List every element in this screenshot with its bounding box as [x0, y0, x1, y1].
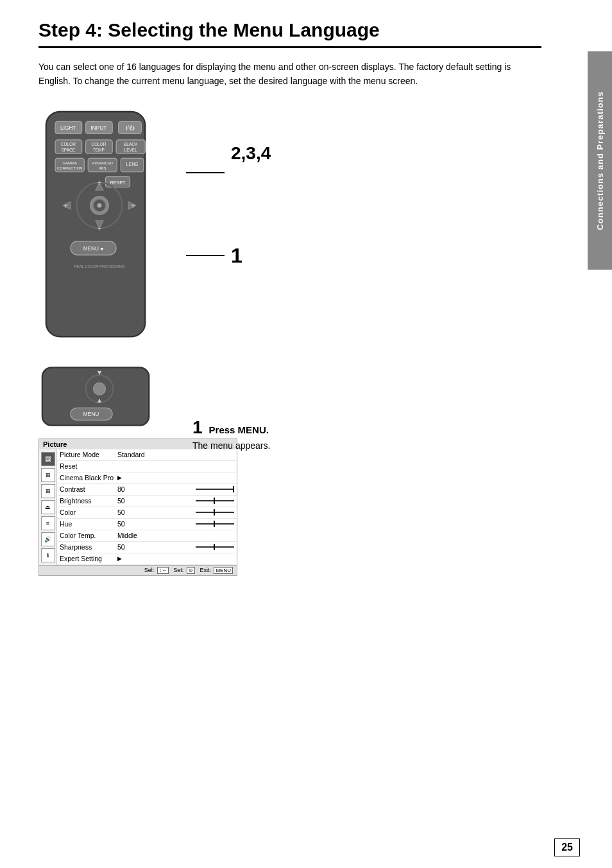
svg-text:I/⏻: I/⏻: [126, 125, 135, 131]
step1-number: 1: [192, 417, 203, 438]
svg-text:COLOR: COLOR: [91, 142, 106, 146]
svg-text:▲: ▲: [96, 396, 103, 404]
menu-body: 🖼 ⊞ ⊞ ⏏ ≡ 🔊 ℹ Picture Mode Standard: [39, 449, 237, 565]
step-label-1: 1: [231, 244, 242, 268]
menu-row-reset: Reset: [57, 461, 237, 473]
menu-zoom-area: ▼ ▲ MENU Picture 🖼 ⊞ ⊞ ⏏ ≡ 🔊 ℹ: [38, 366, 173, 576]
row-arrow-expert: ▶: [117, 555, 122, 562]
row-label-sharpness: Sharpness: [60, 543, 117, 551]
menu-row-cinema-black-pro: Cinema Black Pro ▶: [57, 473, 237, 484]
step-label-1-row: 1: [186, 244, 271, 268]
menu-icon-2: ⊞: [41, 468, 55, 482]
slider-contrast: [196, 489, 234, 490]
footer-sel-label: Sel:: [144, 567, 155, 573]
svg-text:GAMMA: GAMMA: [63, 161, 77, 165]
svg-text:+: +: [98, 224, 102, 233]
page-title: Step 4: Selecting the Menu Language: [38, 19, 541, 48]
row-value-picture-mode: Standard: [117, 451, 234, 458]
row-label-hue: Hue: [60, 520, 117, 528]
step-labels: 2,3,4 1: [186, 108, 271, 268]
svg-text:MENU ●: MENU ●: [83, 245, 104, 252]
row-value-contrast: 80: [117, 485, 193, 493]
svg-text:MENU: MENU: [83, 411, 99, 417]
side-tab-label: Connections and Preparations: [595, 91, 605, 230]
side-tab: Connections and Preparations: [588, 51, 612, 270]
row-label-cinema: Cinema Black Pro: [60, 474, 117, 482]
svg-point-33: [97, 203, 101, 207]
svg-text:LENS: LENS: [126, 162, 139, 167]
row-value-color: 50: [117, 508, 193, 516]
svg-text:TEMP: TEMP: [93, 147, 105, 152]
menu-row-hue: Hue 50: [57, 519, 237, 530]
row-value-sharpness: 50: [117, 543, 193, 551]
svg-text:REAL COLOR PROCESSING: REAL COLOR PROCESSING: [74, 265, 124, 268]
remote-image: LIGHT INPUT I/⏻ COLOR SPACE COLOR TEMP B…: [38, 108, 167, 347]
onscreen-menu: Picture 🖼 ⊞ ⊞ ⏏ ≡ 🔊 ℹ Picture Mo: [38, 438, 237, 576]
step1-description: 1 Press MENU. The menu appears.: [192, 366, 541, 451]
menu-row-color: Color 50: [57, 507, 237, 519]
row-label-contrast: Contrast: [60, 485, 117, 493]
menu-row-picture-mode: Picture Mode Standard: [57, 449, 237, 461]
slider-color: [196, 512, 234, 513]
svg-text:▼: ▼: [96, 369, 103, 376]
menu-icons-col: 🖼 ⊞ ⊞ ⏏ ≡ 🔊 ℹ: [39, 449, 57, 565]
svg-text:+: +: [64, 202, 68, 211]
footer-set-key: ⊙: [187, 567, 195, 574]
row-label-reset: Reset: [60, 462, 117, 470]
remote-section: LIGHT INPUT I/⏻ COLOR SPACE COLOR TEMP B…: [38, 108, 541, 347]
svg-text:LEVEL: LEVEL: [124, 147, 138, 152]
svg-text:BLACK: BLACK: [124, 142, 138, 146]
menu-icon-7: ℹ: [41, 548, 55, 562]
svg-text:CORRECTION: CORRECTION: [57, 166, 83, 170]
menu-icon-picture: 🖼: [41, 452, 55, 466]
svg-text:LIGHT: LIGHT: [60, 125, 76, 131]
row-value-brightness: 50: [117, 497, 193, 505]
menu-row-brightness: Brightness 50: [57, 496, 237, 507]
slider-brightness: [196, 500, 234, 501]
step-label-234-row: 2,3,4: [186, 143, 271, 202]
footer-set-label: Set:: [173, 567, 183, 573]
row-label-expert: Expert Setting: [60, 555, 117, 562]
main-content: Step 4: Selecting the Menu Language You …: [38, 19, 574, 576]
row-label-color: Color: [60, 508, 117, 516]
menu-icon-5: ≡: [41, 516, 55, 530]
row-label-brightness: Brightness: [60, 497, 117, 505]
svg-text:+: +: [131, 202, 135, 211]
slider-hue: [196, 523, 234, 525]
arrow-234: [186, 172, 225, 173]
svg-text:SPACE: SPACE: [62, 147, 76, 152]
step-label-234: 2,3,4: [231, 143, 271, 164]
row-arrow-cinema: ▶: [117, 474, 122, 481]
footer-exit-label: Exit:: [200, 567, 211, 573]
menu-rows: Picture Mode Standard Reset Cinema Black…: [57, 449, 237, 565]
menu-row-contrast: Contrast 80: [57, 484, 237, 496]
bottom-section: ▼ ▲ MENU Picture 🖼 ⊞ ⊞ ⏏ ≡ 🔊 ℹ: [38, 366, 541, 576]
row-label-picture-mode: Picture Mode: [60, 451, 117, 458]
menu-footer: Sel: ↕↔ Set: ⊙ Exit: MENU: [39, 565, 237, 575]
menu-icon-4: ⏏: [41, 500, 55, 514]
footer-sel-key: ↕↔: [157, 567, 169, 574]
svg-text:RESET: RESET: [110, 180, 126, 186]
svg-point-43: [94, 383, 106, 395]
row-value-hue: 50: [117, 520, 193, 528]
menu-icon-6: 🔊: [41, 532, 55, 546]
menu-icon-3: ⊞: [41, 484, 55, 498]
row-label-color-temp: Color Temp.: [60, 532, 117, 539]
row-value-color-temp: Middle: [117, 532, 234, 539]
step1-desc: The menu appears.: [192, 440, 541, 451]
menu-row-color-temp: Color Temp. Middle: [57, 530, 237, 542]
step1-action: Press MENU.: [209, 424, 269, 435]
menu-row-sharpness: Sharpness 50: [57, 542, 237, 553]
footer-exit-key: MENU: [214, 567, 233, 574]
svg-text:IRIS: IRIS: [99, 166, 106, 170]
page-number: 25: [554, 838, 580, 856]
svg-text:INPUT: INPUT: [90, 125, 106, 131]
intro-text: You can select one of 16 languages for d…: [38, 60, 541, 89]
slider-sharpness: [196, 546, 234, 548]
arrow-1: [186, 255, 225, 256]
svg-text:COLOR: COLOR: [61, 142, 76, 146]
svg-text:ADVANCED: ADVANCED: [92, 161, 113, 165]
svg-text:+: +: [98, 178, 102, 187]
menu-row-expert: Expert Setting ▶: [57, 553, 237, 565]
